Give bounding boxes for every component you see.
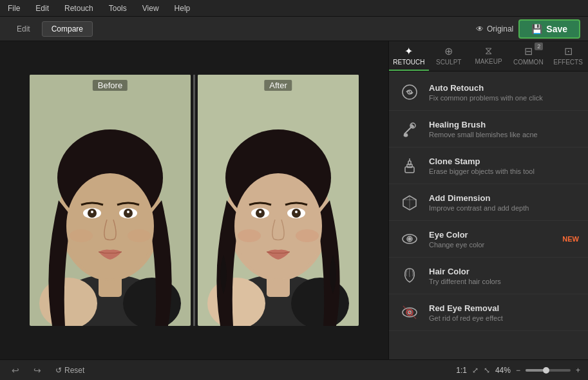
toolbar: Edit Compare 👁 Original 💾 Save (0, 17, 588, 41)
save-icon: 💾 (531, 24, 542, 34)
hair-color-text: Hair Color Try different hair colors (429, 267, 501, 285)
tab-edit[interactable]: Edit (8, 21, 39, 37)
menu-help[interactable]: Help (172, 3, 193, 14)
zoom-ratio: 1:1 (456, 366, 467, 375)
eye-icon: 👁 (476, 24, 484, 33)
tab-effects[interactable]: ⊡ EFFECTS (548, 41, 588, 71)
main-layout: Before (0, 41, 588, 359)
menu-file[interactable]: File (5, 3, 23, 14)
reset-button[interactable]: ↺ Reset (52, 365, 88, 376)
right-panel: ✦ RETOUCH ⊕ SCULPT ⧖ MAKEUP 2 ⊟ COMMON ⊡… (388, 41, 588, 359)
tab-makeup[interactable]: ⧖ MAKEUP (469, 41, 509, 71)
tab-sculpt-label: SCULPT (436, 59, 461, 66)
undo-button[interactable]: ↩ (8, 364, 23, 377)
after-label: After (264, 80, 292, 91)
zoom-info: 1:1 ⤢ ⤡ 44% − + (456, 366, 580, 375)
zoom-slider[interactable] (526, 369, 571, 372)
common-badge: 2 (535, 43, 543, 50)
after-image-wrapper: After (198, 75, 359, 326)
auto-retouch-icon (398, 81, 421, 104)
auto-retouch-name: Auto Retouch (429, 83, 543, 93)
tool-healing-brush[interactable]: Healing Brush Remove small blemishes lik… (389, 111, 588, 147)
after-photo (198, 75, 359, 326)
zoom-minus-button[interactable]: − (516, 366, 520, 375)
panel-tabs: ✦ RETOUCH ⊕ SCULPT ⧖ MAKEUP 2 ⊟ COMMON ⊡… (389, 41, 588, 71)
tab-common-label: COMMON (513, 59, 544, 66)
tab-makeup-label: MAKEUP (475, 58, 502, 65)
zoom-slider-thumb (543, 367, 549, 374)
hair-color-icon (398, 264, 421, 287)
healing-brush-icon (398, 117, 421, 140)
retouch-icon: ✦ (404, 45, 413, 57)
healing-brush-name: Healing Brush (429, 120, 538, 129)
before-image-wrapper: Before (30, 75, 191, 326)
original-label: Original (487, 24, 513, 33)
tool-add-dimension[interactable]: Add Dimension Improve contrast and add d… (389, 184, 588, 221)
tool-eye-color[interactable]: Eye Color Change eye color NEW (389, 221, 588, 258)
svg-point-30 (238, 229, 261, 242)
makeup-icon: ⧖ (485, 45, 492, 57)
tool-list: Auto Retouch Fix common problems with on… (389, 71, 588, 359)
auto-retouch-desc: Fix common problems with one click (429, 94, 543, 102)
tool-clone-stamp[interactable]: Clone Stamp Erase bigger objects with th… (389, 147, 588, 184)
tab-effects-label: EFFECTS (553, 59, 583, 66)
menu-retouch[interactable]: Retouch (62, 3, 96, 14)
menu-view[interactable]: View (140, 3, 162, 14)
add-dimension-icon (398, 191, 421, 214)
svg-point-7 (66, 173, 154, 279)
add-dimension-desc: Improve contrast and add depth (429, 204, 529, 212)
zoom-percent: 44% (495, 366, 511, 375)
eye-color-name: Eye Color (429, 230, 484, 240)
redo-button[interactable]: ↪ (30, 364, 45, 377)
fit-icon[interactable]: ⤢ (472, 366, 479, 375)
red-eye-text: Red Eye Removal Get rid of red eye effec… (429, 303, 503, 322)
svg-point-41 (408, 238, 411, 240)
before-label: Before (93, 80, 128, 91)
reset-label: Reset (64, 366, 84, 375)
expand-icon[interactable]: ⤡ (484, 366, 490, 375)
red-eye-desc: Get rid of red eye effect (429, 314, 503, 322)
svg-point-28 (259, 211, 261, 213)
tab-retouch[interactable]: ✦ RETOUCH (389, 41, 429, 71)
menu-tools[interactable]: Tools (106, 3, 129, 14)
svg-point-23 (234, 173, 322, 279)
eye-color-desc: Change eye color (429, 241, 484, 249)
eye-color-text: Eye Color Change eye color (429, 230, 484, 249)
hair-color-name: Hair Color (429, 267, 501, 276)
svg-point-15 (128, 229, 151, 242)
tab-retouch-label: RETOUCH (393, 59, 424, 66)
hair-color-desc: Try different hair colors (429, 278, 501, 285)
toolbar-right: 👁 Original 💾 Save (476, 19, 580, 39)
menu-edit[interactable]: Edit (33, 3, 52, 14)
effects-icon: ⊡ (564, 45, 573, 57)
tab-common[interactable]: 2 ⊟ COMMON (508, 41, 548, 71)
tab-sculpt[interactable]: ⊕ SCULPT (429, 41, 469, 71)
menu-bar: File Edit Retouch Tools View Help (0, 0, 588, 17)
zoom-slider-fill (526, 369, 544, 372)
tool-auto-retouch[interactable]: Auto Retouch Fix common problems with on… (389, 74, 588, 111)
sculpt-icon: ⊕ (444, 45, 453, 57)
healing-brush-text: Healing Brush Remove small blemishes lik… (429, 120, 538, 138)
healing-brush-desc: Remove small blemishes like acne (429, 131, 538, 138)
common-icon: ⊟ (524, 45, 533, 57)
svg-point-31 (296, 229, 319, 242)
save-button[interactable]: 💾 Save (518, 19, 580, 39)
tool-red-eye[interactable]: Red Eye Removal Get rid of red eye effec… (389, 294, 588, 331)
svg-point-13 (127, 211, 129, 213)
toolbar-tabs: Edit Compare (8, 21, 93, 37)
clone-stamp-name: Clone Stamp (429, 157, 535, 166)
canvas-area: Before (0, 41, 388, 359)
original-toggle[interactable]: 👁 Original (476, 24, 513, 33)
auto-retouch-text: Auto Retouch Fix common problems with on… (429, 83, 543, 102)
zoom-plus-button[interactable]: + (576, 366, 580, 375)
bottom-bar: ↩ ↪ ↺ Reset 1:1 ⤢ ⤡ 44% − + (0, 359, 588, 380)
add-dimension-text: Add Dimension Improve contrast and add d… (429, 193, 529, 212)
compare-divider (193, 75, 195, 326)
clone-stamp-icon (398, 154, 421, 177)
tab-compare[interactable]: Compare (42, 21, 93, 37)
eye-color-new-badge: NEW (562, 235, 579, 243)
red-eye-name: Red Eye Removal (429, 303, 503, 313)
svg-point-29 (295, 211, 298, 213)
clone-stamp-desc: Erase bigger objects with this tool (429, 167, 535, 175)
tool-hair-color[interactable]: Hair Color Try different hair colors (389, 258, 588, 294)
